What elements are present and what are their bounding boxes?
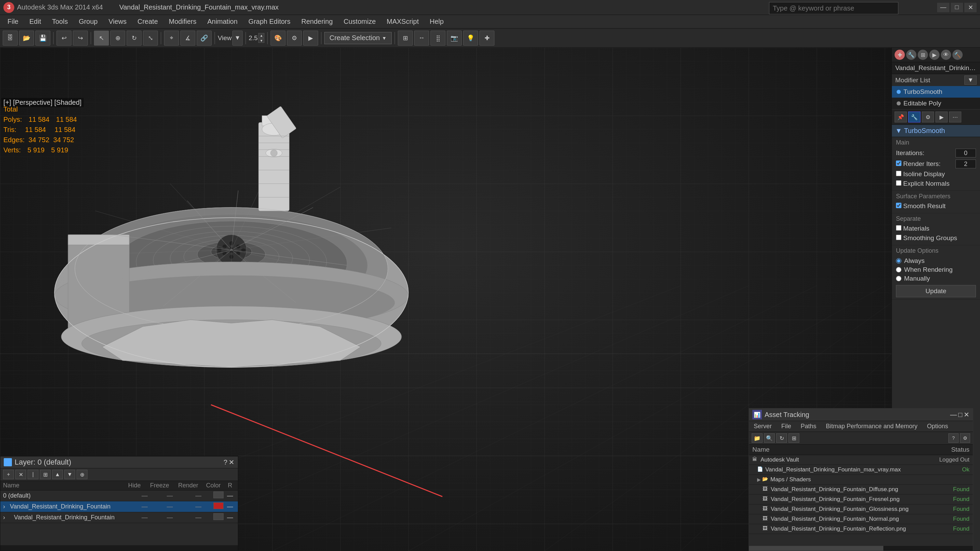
toolbar-material-editor[interactable]: 🎨 — [270, 30, 285, 46]
asset-btn-2[interactable]: 🔍 — [764, 433, 775, 443]
asset-btn-3[interactable]: ↻ — [776, 433, 787, 443]
rp-modify-icon[interactable]: 🔧 — [906, 50, 916, 60]
layers-down-button[interactable]: ▼ — [64, 470, 75, 479]
toolbar-scale[interactable]: ⤡ — [143, 30, 158, 46]
ts-isoline-checkbox[interactable] — [896, 171, 901, 176]
asset-row-glossiness[interactable]: 🖼 Vandal_Resistant_Drinking_Fountain_Glo… — [749, 504, 973, 514]
asset-row-reflection[interactable]: 🖼 Vandal_Resistant_Drinking_Fountain_Ref… — [749, 524, 973, 534]
menu-animation[interactable]: Animation — [202, 16, 242, 27]
toolbar-link[interactable]: 🔗 — [197, 30, 212, 46]
ts-when-rendering-radio[interactable] — [896, 267, 901, 272]
toolbar-camera[interactable]: 📷 — [447, 30, 462, 46]
close-button[interactable]: ✕ — [964, 3, 977, 12]
asset-row-fresnel[interactable]: 🖼 Vandal_Resistant_Drinking_Fountain_Fre… — [749, 495, 973, 504]
menu-edit[interactable]: Edit — [24, 16, 46, 27]
rp-motion-icon[interactable]: ▶ — [929, 50, 940, 60]
menu-create[interactable]: Create — [133, 16, 163, 27]
menu-help[interactable]: Help — [425, 16, 449, 27]
spinner-down[interactable]: ▼ — [258, 38, 264, 43]
layers-separator1[interactable]: | — [27, 470, 38, 479]
spinner-up[interactable]: ▲ — [258, 33, 264, 38]
asset-close-button[interactable]: ✕ — [964, 411, 969, 419]
asset-menu-file[interactable]: File — [779, 422, 793, 431]
asset-row-max-file[interactable]: 📄 Vandal_Resistant_Drinking_Fountain_max… — [749, 465, 973, 475]
menu-graph-editors[interactable]: Graph Editors — [243, 16, 295, 27]
rp-pin-icon[interactable]: 📌 — [894, 111, 907, 122]
toolbar-render-setup[interactable]: ⚙ — [287, 30, 302, 46]
menu-tools[interactable]: Tools — [47, 16, 73, 27]
toolbar-array[interactable]: ⣿ — [430, 30, 445, 46]
toolbar-select[interactable]: ↖ — [94, 30, 109, 46]
toolbar-new[interactable]: 🗄 — [3, 30, 18, 46]
rp-params-icon[interactable]: ⚙ — [922, 111, 934, 122]
asset-menu-server[interactable]: Server — [752, 422, 774, 431]
create-selection-button[interactable]: Create Selection ▼ — [324, 32, 392, 44]
layers-new-button[interactable]: + — [3, 470, 14, 479]
toolbar-open[interactable]: 📂 — [19, 30, 34, 46]
toolbar-light[interactable]: 💡 — [463, 30, 478, 46]
toolbar-move[interactable]: ⊕ — [110, 30, 125, 46]
ts-update-button[interactable]: Update — [896, 285, 976, 297]
asset-btn-4[interactable]: ⊞ — [788, 433, 799, 443]
asset-menu-bitmap-perf[interactable]: Bitmap Performance and Memory — [824, 422, 920, 431]
maximize-button[interactable]: □ — [951, 3, 963, 12]
viewport-mode-dropdown[interactable]: ▼ — [232, 30, 243, 46]
layers-up-button[interactable]: ▲ — [52, 470, 63, 479]
menu-modifiers[interactable]: Modifiers — [164, 16, 201, 27]
asset-scrollbar[interactable] — [749, 546, 973, 551]
menu-file[interactable]: File — [3, 16, 23, 27]
asset-row-vault[interactable]: 🏛 Autodesk Vault Logged Out — [749, 455, 973, 465]
asset-row-maps-folder[interactable]: ▶ 📂 Maps / Shaders — [749, 475, 973, 485]
toolbar-redo[interactable]: ↪ — [73, 30, 88, 46]
toolbar-save[interactable]: 💾 — [35, 30, 50, 46]
layers-close-button[interactable]: ✕ — [229, 458, 234, 466]
rp-hierarchy-icon[interactable]: ⊞ — [918, 50, 928, 60]
layers-select-all-button[interactable]: ⊞ — [40, 470, 51, 479]
ts-iterations-input[interactable] — [956, 149, 976, 157]
toolbar-snap-angle[interactable]: ∡ — [180, 30, 195, 46]
asset-minimize-button[interactable]: — — [950, 411, 957, 419]
ts-materials-checkbox[interactable] — [896, 225, 901, 230]
asset-btn-1[interactable]: 📁 — [752, 433, 762, 443]
ts-render-iters-checkbox[interactable] — [896, 160, 901, 166]
minimize-button[interactable]: — — [937, 3, 950, 12]
rp-anim-icon[interactable]: ▶ — [935, 111, 948, 122]
menu-customize[interactable]: Customize — [339, 16, 380, 27]
asset-row-normal[interactable]: 🖼 Vandal_Resistant_Drinking_Fountain_Nor… — [749, 514, 973, 524]
menu-rendering[interactable]: Rendering — [297, 16, 337, 27]
toolbar-render[interactable]: ▶ — [303, 30, 318, 46]
toolbar-mirror[interactable]: ↔ — [414, 30, 429, 46]
menu-maxscript[interactable]: MAXScript — [382, 16, 423, 27]
menu-group[interactable]: Group — [74, 16, 102, 27]
layers-delete-button[interactable]: ✕ — [15, 470, 26, 479]
toolbar-align[interactable]: ⊞ — [398, 30, 413, 46]
layers-expand-button[interactable]: ⊕ — [76, 470, 88, 479]
modifier-turbosmooth[interactable]: TurboSmooth — [892, 86, 980, 98]
toolbar-helper[interactable]: ✚ — [479, 30, 495, 46]
asset-row-diffuse[interactable]: 🖼 Vandal_Resistant_Drinking_Fountain_Dif… — [749, 485, 973, 495]
asset-help-button[interactable]: ? — [948, 433, 959, 443]
toolbar-undo[interactable]: ↩ — [56, 30, 72, 46]
turbosmooth-header[interactable]: ▼ TurboSmooth — [892, 125, 980, 137]
modifier-list-dropdown[interactable]: ▼ — [964, 76, 977, 85]
modifier-editable-poly[interactable]: Editable Poly — [892, 98, 980, 109]
search-input[interactable] — [769, 2, 898, 14]
layer-row-default[interactable]: 0 (default) — — — — — [0, 491, 238, 501]
ts-render-iters-input[interactable] — [956, 159, 976, 168]
ts-smooth-result-checkbox[interactable] — [896, 203, 901, 208]
rp-display-icon[interactable]: 👁 — [941, 50, 951, 60]
asset-settings-button[interactable]: ⚙ — [960, 433, 970, 443]
ts-smoothing-groups-checkbox[interactable] — [896, 235, 901, 240]
layer-row-fountain-1[interactable]: › Vandal_Resistant_Drinking_Fountain — —… — [0, 501, 238, 512]
rp-create-icon[interactable]: ✚ — [894, 50, 905, 60]
asset-maximize-button[interactable]: □ — [958, 411, 962, 419]
toolbar-snap[interactable]: ⌖ — [164, 30, 179, 46]
toolbar-rotate[interactable]: ↻ — [127, 30, 142, 46]
menu-views[interactable]: Views — [104, 16, 131, 27]
layers-help-button[interactable]: ? — [224, 458, 227, 466]
ts-explicit-normals-checkbox[interactable] — [896, 180, 901, 186]
asset-menu-paths[interactable]: Paths — [799, 422, 818, 431]
rp-more-icon[interactable]: ⋯ — [949, 111, 961, 122]
ts-always-radio[interactable] — [896, 258, 901, 264]
rp-utilities-icon[interactable]: 🔨 — [953, 50, 963, 60]
